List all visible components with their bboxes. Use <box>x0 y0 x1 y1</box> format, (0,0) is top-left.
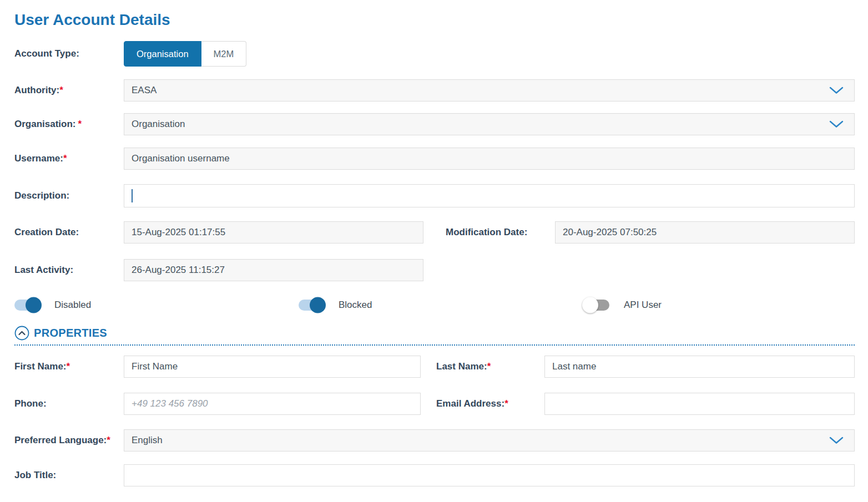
email-label-text: Email Address: <box>436 398 504 409</box>
account-type-label-text: Account Type: <box>14 48 79 59</box>
description-row: Description: <box>14 184 855 207</box>
modification-date-label-text: Modification Date: <box>446 227 527 237</box>
chevron-up-circle-icon[interactable] <box>14 326 29 341</box>
toggles-row: Disabled Blocked API User <box>14 297 855 313</box>
account-type-organisation-button[interactable]: Organisation <box>124 41 201 67</box>
properties-section-title[interactable]: PROPERTIES <box>34 327 107 339</box>
toggle-knob <box>310 297 326 313</box>
contact-row: Phone: Email Address:* <box>14 393 855 415</box>
email-input[interactable] <box>544 393 855 415</box>
required-asterisk: * <box>504 398 508 409</box>
modification-date-field: 20-Aug-2025 07:50:25 <box>555 221 855 244</box>
chevron-down-icon[interactable] <box>829 120 844 128</box>
dates-row: Creation Date: 15-Aug-2025 01:17:55 Modi… <box>14 221 855 244</box>
email-label: Email Address:* <box>436 398 544 409</box>
text-cursor <box>132 189 133 202</box>
account-type-label: Account Type: <box>14 48 124 59</box>
chevron-down-icon[interactable] <box>829 87 844 94</box>
organisation-row: Organisation:* Organisation <box>14 113 855 135</box>
api-user-toggle-item: API User <box>584 297 662 313</box>
page-title: User Account Details <box>14 11 855 29</box>
account-type-row: Account Type: Organisation M2M <box>14 41 855 67</box>
required-asterisk: * <box>107 435 110 445</box>
organisation-dropdown[interactable]: Organisation <box>124 113 855 135</box>
api-user-toggle-label: API User <box>624 300 662 311</box>
job-title-input[interactable] <box>124 464 855 486</box>
account-type-segmented-control: Organisation M2M <box>124 41 246 67</box>
blocked-toggle-item: Blocked <box>299 297 372 313</box>
last-activity-label-text: Last Activity: <box>14 265 73 275</box>
last-activity-row: Last Activity: 26-Aug-2025 11:15:27 <box>14 259 855 281</box>
properties-section-header: PROPERTIES <box>14 326 855 341</box>
username-label: Username:* <box>14 153 124 164</box>
job-title-row: Job Title: <box>14 464 855 486</box>
last-name-input[interactable] <box>544 356 855 378</box>
organisation-label: Organisation:* <box>14 119 124 130</box>
disabled-toggle[interactable] <box>14 300 40 311</box>
first-name-label-text: First Name: <box>14 361 67 372</box>
modification-date-value: 20-Aug-2025 07:50:25 <box>563 227 657 238</box>
modification-date-label: Modification Date: <box>446 227 555 238</box>
preferred-language-label-text: Preferred Language: <box>14 435 107 445</box>
organisation-value: Organisation <box>132 119 185 130</box>
toggle-knob <box>26 297 42 313</box>
toggle-knob <box>582 297 598 313</box>
phone-label: Phone: <box>14 398 124 409</box>
required-asterisk: * <box>487 361 491 372</box>
last-name-label-text: Last Name: <box>436 361 487 372</box>
required-asterisk: * <box>59 85 63 95</box>
authority-label-text: Authority: <box>14 85 59 95</box>
phone-input[interactable] <box>124 393 421 415</box>
preferred-language-value: English <box>132 435 163 446</box>
job-title-label-text: Job Title: <box>14 470 56 480</box>
creation-date-label-text: Creation Date: <box>14 227 79 237</box>
required-asterisk: * <box>63 153 67 164</box>
authority-label: Authority:* <box>14 85 124 96</box>
blocked-toggle[interactable] <box>299 300 324 311</box>
preferred-language-dropdown[interactable]: English <box>124 429 855 452</box>
last-activity-field: 26-Aug-2025 11:15:27 <box>124 259 423 281</box>
username-input[interactable] <box>124 148 855 170</box>
disabled-toggle-label: Disabled <box>54 300 91 311</box>
creation-date-field: 15-Aug-2025 01:17:55 <box>124 221 423 244</box>
name-row: First Name:* Last Name:* <box>14 356 855 378</box>
chevron-down-icon[interactable] <box>829 437 844 444</box>
first-name-input[interactable] <box>124 356 421 378</box>
organisation-label-text: Organisation: <box>14 119 76 129</box>
last-name-label: Last Name:* <box>436 361 544 372</box>
job-title-label: Job Title: <box>14 470 124 481</box>
creation-date-label: Creation Date: <box>14 227 124 238</box>
authority-value: EASA <box>132 85 157 96</box>
section-divider <box>14 344 855 346</box>
disabled-toggle-item: Disabled <box>14 297 91 313</box>
last-activity-label: Last Activity: <box>14 265 124 276</box>
authority-dropdown[interactable]: EASA <box>124 79 855 102</box>
first-name-label: First Name:* <box>14 361 124 372</box>
preferred-language-row: Preferred Language:* English <box>14 429 855 452</box>
description-label-text: Description: <box>14 190 69 201</box>
description-input[interactable] <box>124 184 855 207</box>
required-asterisk: * <box>67 361 70 372</box>
username-label-text: Username: <box>14 153 63 164</box>
account-type-m2m-button[interactable]: M2M <box>201 41 247 67</box>
creation-date-value: 15-Aug-2025 01:17:55 <box>132 227 225 238</box>
username-row: Username:* <box>14 148 855 170</box>
description-label: Description: <box>14 190 124 201</box>
last-activity-value: 26-Aug-2025 11:15:27 <box>132 265 225 276</box>
user-account-details-page: User Account Details Account Type: Organ… <box>0 0 868 502</box>
preferred-language-label: Preferred Language:* <box>14 435 124 446</box>
api-user-toggle[interactable] <box>584 300 609 311</box>
blocked-toggle-label: Blocked <box>339 300 372 311</box>
phone-label-text: Phone: <box>14 398 47 409</box>
authority-row: Authority:* EASA <box>14 79 855 102</box>
required-asterisk: * <box>78 119 82 129</box>
